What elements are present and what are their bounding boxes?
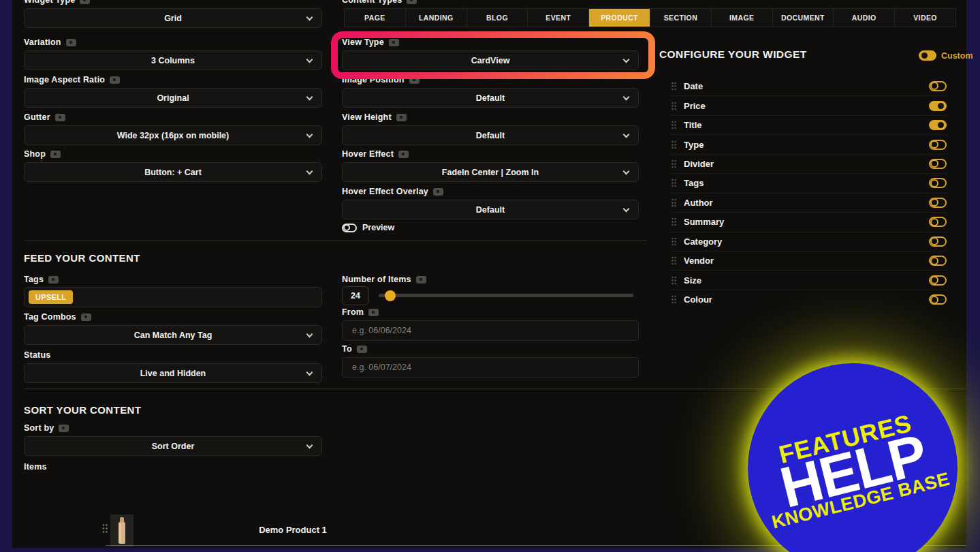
tab-event[interactable]: EVENT	[528, 9, 589, 27]
variation-value: 3 Columns	[151, 56, 195, 65]
number-of-items-slider-knob[interactable]	[385, 290, 396, 301]
image-position-label: Image Position	[342, 75, 639, 85]
hover-effect-overlay-select[interactable]: Default	[342, 200, 639, 219]
image-aspect-ratio-select[interactable]: Original	[24, 88, 322, 108]
shop-value: Button: + Cart	[144, 168, 202, 177]
from-label: From	[342, 307, 639, 317]
chevron-down-icon	[623, 168, 630, 174]
chevron-down-icon	[306, 14, 313, 20]
info-icon[interactable]	[80, 0, 90, 4]
tab-blog[interactable]: BLOG	[467, 9, 528, 27]
tags-input[interactable]: UPSELL	[24, 287, 322, 307]
image-aspect-ratio-label-text: Image Aspect Ratio	[24, 75, 105, 85]
to-date-input[interactable]	[342, 357, 639, 378]
info-icon[interactable]	[416, 276, 426, 283]
toggle-title[interactable]	[929, 120, 947, 130]
info-icon[interactable]	[81, 313, 91, 321]
tag-combos-select[interactable]: Can Match Any Tag	[24, 325, 322, 345]
drag-handle-icon[interactable]	[671, 276, 677, 285]
items-label-row: Items	[24, 462, 47, 472]
drag-handle-icon[interactable]	[671, 159, 677, 168]
status-select[interactable]: Live and Hidden	[24, 363, 322, 383]
sort-section-title: SORT YOUR CONTENT	[24, 404, 141, 416]
toggle-divider[interactable]	[929, 159, 947, 169]
content-types-label: Content Types	[342, 0, 417, 5]
cfg-row-label: Author	[684, 198, 713, 208]
toggle-vendor[interactable]	[929, 256, 947, 266]
cfg-row-label: Price	[684, 101, 706, 111]
view-height-select[interactable]: Default	[342, 125, 639, 145]
info-icon[interactable]	[396, 114, 407, 121]
info-icon[interactable]	[50, 151, 61, 158]
drag-handle-icon[interactable]	[671, 198, 677, 207]
drag-handle-icon[interactable]	[101, 523, 108, 534]
number-of-items-value[interactable]: 24	[342, 286, 369, 305]
info-icon[interactable]	[368, 309, 379, 316]
chevron-down-icon	[306, 56, 313, 63]
toggle-category[interactable]	[929, 236, 947, 247]
tags-label-text: Tags	[24, 275, 44, 284]
drag-handle-icon[interactable]	[671, 121, 677, 129]
toggle-type[interactable]	[929, 140, 947, 150]
preview-toggle[interactable]	[342, 224, 357, 232]
gutter-select[interactable]: Wide 32px (16px on mobile)	[24, 125, 322, 145]
toggle-date[interactable]	[929, 81, 947, 91]
tag-chip-upsell[interactable]: UPSELL	[29, 290, 73, 304]
toggle-price[interactable]	[929, 101, 947, 111]
info-icon[interactable]	[55, 114, 65, 121]
drag-handle-icon[interactable]	[671, 102, 677, 110]
image-aspect-ratio-value: Original	[157, 93, 189, 103]
toggle-colour[interactable]	[929, 294, 947, 305]
widget-type-label: Widget Type	[24, 0, 322, 5]
view-type-select[interactable]: CardView	[342, 50, 639, 70]
tab-product[interactable]: PRODUCT	[589, 9, 650, 27]
tab-video[interactable]: VIDEO	[895, 9, 955, 27]
number-of-items-slider-track[interactable]	[379, 294, 633, 297]
from-date-input[interactable]	[342, 320, 639, 341]
image-position-select[interactable]: Default	[342, 88, 639, 108]
toggle-tags[interactable]	[929, 178, 947, 188]
toggle-size[interactable]	[929, 275, 947, 286]
tab-landing[interactable]: LANDING	[406, 9, 467, 27]
info-icon[interactable]	[433, 188, 443, 196]
drag-handle-icon[interactable]	[671, 179, 677, 187]
info-icon[interactable]	[407, 0, 417, 4]
tab-document[interactable]: DOCUMENT	[773, 9, 834, 27]
variation-select[interactable]: 3 Columns	[24, 50, 322, 70]
shop-select[interactable]: Button: + Cart	[24, 162, 322, 182]
drag-handle-icon[interactable]	[671, 217, 677, 226]
tab-section[interactable]: SECTION	[650, 9, 712, 27]
custom-toggle-row: Custom	[919, 50, 973, 61]
status-value: Live and Hidden	[140, 369, 206, 378]
content-types-tabbar: PAGE LANDING BLOG EVENT PRODUCT SECTION …	[344, 8, 956, 27]
cfg-row-label: Vendor	[684, 256, 714, 266]
info-icon[interactable]	[398, 151, 409, 158]
info-icon[interactable]	[409, 76, 420, 84]
tab-image[interactable]: IMAGE	[712, 9, 773, 27]
view-type-label: View Type	[342, 37, 639, 47]
drag-handle-icon[interactable]	[671, 140, 677, 149]
drag-handle-icon[interactable]	[671, 256, 677, 265]
tab-page[interactable]: PAGE	[345, 9, 406, 27]
field-status: Status Live and Hidden	[24, 350, 322, 383]
sort-by-select[interactable]: Sort Order	[24, 436, 322, 456]
custom-toggle[interactable]	[919, 50, 936, 61]
cfg-row-divider: Divider	[671, 154, 947, 173]
info-icon[interactable]	[357, 346, 367, 353]
info-icon[interactable]	[110, 76, 120, 84]
toggle-author[interactable]	[929, 198, 947, 208]
help-badge-text: FEATURES HELP KNOWLEDGE BASE	[754, 405, 951, 532]
info-icon[interactable]	[48, 276, 59, 283]
toggle-summary[interactable]	[929, 217, 947, 227]
drag-handle-icon[interactable]	[671, 237, 677, 246]
info-icon[interactable]	[59, 425, 69, 432]
drag-handle-icon[interactable]	[671, 295, 677, 304]
info-icon[interactable]	[66, 39, 76, 46]
view-height-label: View Height	[342, 112, 639, 122]
chevron-down-icon	[623, 56, 630, 63]
tab-audio[interactable]: AUDIO	[834, 9, 895, 27]
drag-handle-icon[interactable]	[671, 82, 677, 91]
info-icon[interactable]	[389, 39, 399, 46]
widget-type-select[interactable]: Grid	[24, 8, 322, 28]
hover-effect-select[interactable]: FadeIn Center | Zoom In	[342, 162, 639, 182]
